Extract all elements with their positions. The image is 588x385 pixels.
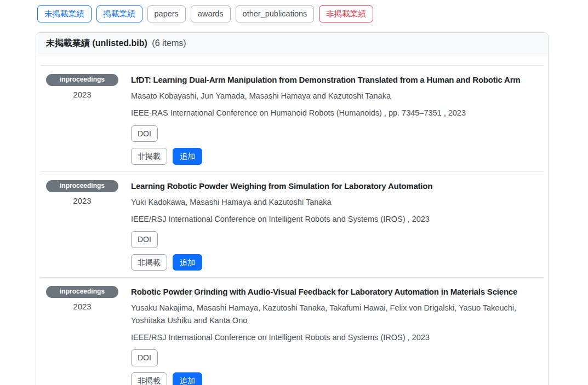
publication-list: inproceedings 2023 LfDT: Learning Dual-A… bbox=[41, 65, 544, 385]
publication-venue: IEEE/RSJ International Conference on Int… bbox=[131, 213, 538, 225]
publication-meta: inproceedings 2023 bbox=[46, 286, 118, 385]
entry-year: 2023 bbox=[46, 90, 118, 99]
add-button[interactable]: 追加 bbox=[173, 372, 202, 385]
filter-button[interactable]: papers bbox=[147, 5, 186, 22]
action-row: 非掲載 追加 bbox=[131, 372, 538, 385]
doi-button[interactable]: DOI bbox=[131, 125, 158, 142]
publication-item: inproceedings 2023 Learning Robotic Powd… bbox=[41, 171, 544, 278]
publication-content: LfDT: Learning Dual-Arm Manipulation fro… bbox=[131, 74, 538, 165]
entry-year: 2023 bbox=[46, 302, 118, 311]
filter-button[interactable]: 未掲載業績 bbox=[37, 5, 92, 22]
publication-authors: Yuki Kadokawa, Masashi Hamaya and Kazuto… bbox=[131, 196, 538, 208]
publications-card: 未掲載業績 (unlisted.bib) (6 items) inproceed… bbox=[36, 32, 549, 385]
doi-button[interactable]: DOI bbox=[131, 231, 158, 248]
action-row: 非掲載 追加 bbox=[131, 254, 538, 271]
filter-button[interactable]: 掲載業績 bbox=[96, 5, 142, 22]
unlist-button[interactable]: 非掲載 bbox=[131, 254, 167, 271]
publication-meta: inproceedings 2023 bbox=[46, 74, 118, 165]
doi-button[interactable]: DOI bbox=[131, 349, 158, 366]
publication-item: inproceedings 2023 LfDT: Learning Dual-A… bbox=[41, 65, 544, 171]
publication-meta: inproceedings 2023 bbox=[46, 180, 118, 271]
add-button[interactable]: 追加 bbox=[173, 254, 202, 271]
entry-type-badge: inproceedings bbox=[46, 286, 118, 298]
publication-title: Learning Robotic Powder Weighing from Si… bbox=[131, 180, 538, 191]
card-item-count: (6 items) bbox=[152, 38, 186, 48]
filter-button[interactable]: other_publications bbox=[236, 5, 315, 22]
card-header: 未掲載業績 (unlisted.bib) (6 items) bbox=[36, 33, 548, 55]
filter-button[interactable]: 非掲載業績 bbox=[319, 5, 373, 22]
publication-authors: Yusaku Nakajima, Masashi Hamaya, Kazutos… bbox=[131, 302, 538, 326]
entry-year: 2023 bbox=[46, 196, 118, 205]
doi-row: DOI bbox=[131, 125, 538, 142]
page: 未掲載業績 掲載業績 papers awards other_publicati… bbox=[0, 0, 588, 385]
publication-content: Robotic Powder Grinding with Audio-Visua… bbox=[131, 286, 538, 385]
doi-row: DOI bbox=[131, 349, 538, 366]
action-row: 非掲載 追加 bbox=[131, 148, 538, 164]
publication-item: inproceedings 2023 Robotic Powder Grindi… bbox=[41, 277, 544, 385]
add-button[interactable]: 追加 bbox=[173, 148, 202, 164]
doi-row: DOI bbox=[131, 231, 538, 248]
publication-authors: Masato Kobayashi, Jun Yamada, Masashi Ha… bbox=[131, 90, 538, 102]
unlist-button[interactable]: 非掲載 bbox=[131, 148, 167, 164]
entry-type-badge: inproceedings bbox=[46, 74, 118, 86]
card-title: 未掲載業績 (unlisted.bib) bbox=[46, 38, 147, 48]
publication-title: Robotic Powder Grinding with Audio-Visua… bbox=[131, 286, 538, 296]
publication-venue: IEEE-RAS International Conference on Hum… bbox=[131, 107, 538, 119]
publication-content: Learning Robotic Powder Weighing from Si… bbox=[131, 180, 538, 271]
publication-venue: IEEE/RSJ International Conference on Int… bbox=[131, 331, 538, 343]
filter-toolbar: 未掲載業績 掲載業績 papers awards other_publicati… bbox=[37, 5, 588, 22]
filter-button[interactable]: awards bbox=[191, 5, 231, 22]
card-body: inproceedings 2023 LfDT: Learning Dual-A… bbox=[36, 55, 548, 385]
publication-title: LfDT: Learning Dual-Arm Manipulation fro… bbox=[131, 74, 538, 84]
unlist-button[interactable]: 非掲載 bbox=[131, 372, 167, 385]
entry-type-badge: inproceedings bbox=[46, 180, 118, 192]
